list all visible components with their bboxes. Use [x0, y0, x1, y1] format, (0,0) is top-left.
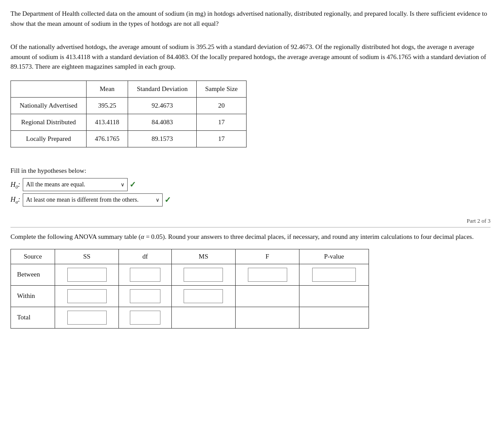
col-header-label [11, 80, 87, 97]
anova-between-ss-input[interactable] [67, 268, 107, 282]
anova-row-total: Total [11, 307, 369, 328]
anova-within-df-input[interactable] [130, 289, 160, 303]
row-label-national: Nationally Advertised [11, 97, 87, 114]
anova-within-ms-input[interactable] [184, 289, 223, 303]
anova-between-pvalue-cell [299, 264, 369, 285]
anova-intro-text: Complete the following ANOVA summary tab… [10, 232, 491, 242]
anova-between-ms-input[interactable] [184, 268, 223, 282]
ha-checkmark: ✓ [164, 193, 171, 207]
anova-row-between: Between [11, 264, 369, 285]
anova-col-source: Source [11, 249, 55, 264]
anova-total-df-cell [119, 307, 172, 328]
row-sd-local: 89.1573 [128, 130, 197, 147]
row-label-regional: Regional Distributed [11, 114, 87, 130]
h0-subscript: 0 [16, 184, 18, 189]
anova-label-within: Within [11, 285, 55, 307]
ha-selected-value: At least one mean is different from the … [26, 195, 139, 205]
col-header-n: Sample Size [196, 80, 246, 97]
table-row: Regional Distributed 413.4118 84.4083 17 [11, 114, 247, 130]
ha-dropdown-arrow: ∨ [156, 196, 160, 204]
anova-between-ms-cell [171, 264, 235, 285]
anova-within-ms-cell [171, 285, 235, 307]
ha-row: Ha: At least one mean is different from … [10, 193, 491, 207]
anova-total-f-empty [235, 307, 299, 328]
anova-table: Source SS df MS F P-value Between [10, 249, 369, 329]
anova-between-ss-cell [55, 264, 119, 285]
ha-subscript: a [16, 200, 18, 205]
anova-total-pvalue-empty [299, 307, 369, 328]
h0-selected-value: All the means are equal. [26, 179, 85, 190]
anova-within-pvalue-empty [299, 285, 369, 307]
col-header-sd: Standard Deviation [128, 80, 197, 97]
h0-checkmark: ✓ [129, 178, 136, 192]
row-sd-regional: 84.4083 [128, 114, 197, 130]
row-mean-national: 395.25 [86, 97, 128, 114]
anova-within-ss-cell [55, 285, 119, 307]
row-sd-national: 92.4673 [128, 97, 197, 114]
anova-between-df-cell [119, 264, 172, 285]
part-label: Part 2 of 3 [10, 217, 491, 224]
hypotheses-section: Fill in the hypotheses below: H0: All th… [10, 165, 491, 207]
divider [10, 227, 491, 228]
row-mean-regional: 413.4118 [86, 114, 128, 130]
anova-total-ms-empty [171, 307, 235, 328]
anova-between-f-cell [235, 264, 299, 285]
h0-label: H0: [10, 178, 20, 191]
intro-paragraph2: Of the nationally advertised hotdogs, th… [10, 42, 491, 72]
fill-hypotheses-label: Fill in the hypotheses below: [10, 165, 491, 177]
anova-col-ss: SS [55, 249, 119, 264]
summary-table: Mean Standard Deviation Sample Size Nati… [10, 80, 247, 147]
table-row: Nationally Advertised 395.25 92.4673 20 [11, 97, 247, 114]
table-row: Locally Prepared 476.1765 89.1573 17 [11, 130, 247, 147]
col-header-mean: Mean [86, 80, 128, 97]
anova-label-between: Between [11, 264, 55, 285]
intro-paragraph1: The Department of Health collected data … [10, 9, 491, 28]
row-n-regional: 17 [196, 114, 246, 130]
anova-total-ss-input[interactable] [67, 311, 107, 325]
h0-dropdown-arrow: ∨ [121, 180, 125, 189]
anova-col-df: df [119, 249, 172, 264]
anova-between-f-input[interactable] [248, 268, 287, 282]
ha-dropdown-wrapper: At least one mean is different from the … [23, 193, 163, 206]
anova-col-ms: MS [171, 249, 235, 264]
alpha-symbol: α [141, 233, 144, 240]
row-label-local: Locally Prepared [11, 130, 87, 147]
anova-between-pvalue-input[interactable] [312, 268, 356, 282]
anova-col-f: F [235, 249, 299, 264]
anova-within-ss-input[interactable] [67, 289, 107, 303]
row-mean-local: 476.1765 [86, 130, 128, 147]
anova-col-pvalue: P-value [299, 249, 369, 264]
row-n-local: 17 [196, 130, 246, 147]
anova-between-df-input[interactable] [130, 268, 160, 282]
anova-within-f-empty [235, 285, 299, 307]
anova-total-df-input[interactable] [130, 311, 160, 325]
h0-dropdown-wrapper: All the means are equal. ∨ [23, 178, 128, 191]
anova-within-df-cell [119, 285, 172, 307]
h0-row: H0: All the means are equal. ∨ ✓ [10, 178, 491, 192]
anova-label-total: Total [11, 307, 55, 328]
row-n-national: 20 [196, 97, 246, 114]
anova-row-within: Within [11, 285, 369, 307]
anova-total-ss-cell [55, 307, 119, 328]
ha-label: Ha: [10, 193, 20, 206]
